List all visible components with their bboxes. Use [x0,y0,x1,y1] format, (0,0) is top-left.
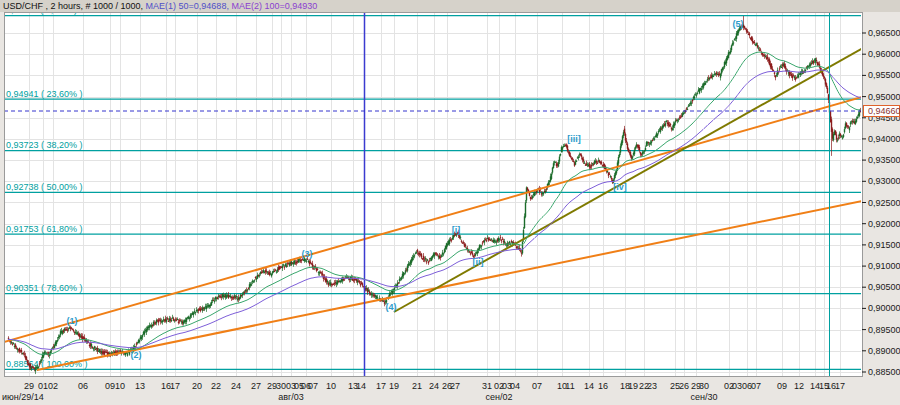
price-axis[interactable]: 0,965000,960000,955000,950000,945000,940… [862,28,900,377]
price-axis-label: 0,91500 [868,240,900,250]
date-axis-label: 11 [565,381,574,391]
wave-label[interactable]: (4) [386,302,397,312]
date-axis-label: 17 [835,381,845,391]
date-axis-label: 30 [699,381,709,391]
plot-area[interactable] [5,13,863,377]
price-axis-label: 0,89000 [868,346,900,356]
date-axis-label: 07 [751,381,761,391]
date-axis-label: 13 [135,381,145,391]
wave-label[interactable]: (5) [733,19,744,29]
date-axis-label: 09 [777,381,787,391]
month-axis-label: авг/03 [278,392,304,402]
wave-label[interactable]: [ii] [473,257,484,267]
price-axis-label: 0,92500 [868,198,900,208]
price-axis-label: 0,96000 [868,49,900,59]
wave-label[interactable]: (2) [131,350,142,360]
date-axis-label: 30 [276,381,286,391]
date-axis-label: 27 [450,381,460,391]
date-axis-label: 14 [356,381,366,391]
price-axis-label: 0,96500 [868,28,900,38]
fib-level-label: 0,90351 ( 78,60% ) [6,283,83,293]
date-axis-label: 16 [598,381,608,391]
date-axis-label: 22 [211,381,221,391]
date-axis-label: 20 [192,381,202,391]
date-axis-label: 03 [732,381,742,391]
date-axis-label: 04 [510,381,520,391]
date-axis-label: 09 [105,381,115,391]
date-axis-label: 10 [326,381,336,391]
date-axis-label: 01 [38,381,48,391]
current-price-label: 0,94660 [868,106,900,116]
price-axis-label: 0,90000 [868,303,900,313]
price-chart[interactable]: 0,96911 ( 0,00% )0,94941 ( 23,60% )0,937… [0,0,900,405]
date-axis-label: 12 [794,381,804,391]
price-axis-label: 0,90500 [868,282,900,292]
date-axis-label: 27 [251,381,261,391]
month-axis-label: июн/29/14 [2,392,44,402]
date-axis-label: 19 [389,381,399,391]
date-axis-label: 10 [115,381,125,391]
wave-label[interactable]: [i] [452,225,461,235]
date-axis-label: 19 [628,381,638,391]
title-instrument: USD/CHF , 2 hours, # 1000 / 1000, [3,1,146,11]
date-axis-label: 21 [412,381,422,391]
mt4-chart-window: USD/CHF , 2 hours, # 1000 / 1000, MAE(1)… [0,0,900,405]
price-axis-label: 0,95500 [868,70,900,80]
date-axis-label: 31 [482,381,492,391]
title-mae2-value: MAE(2) 100=0,94930 [231,1,317,11]
chart-title-bar: USD/CHF , 2 hours, # 1000 / 1000, MAE(1)… [0,0,900,12]
title-mae1-value: MAE(1) 50=0,94688, [146,1,232,11]
fib-level-label: 0,94941 ( 23,60% ) [6,89,83,99]
date-axis-label: 14 [584,381,594,391]
price-axis-label: 0,93000 [868,176,900,186]
date-axis-label: 02 [48,381,58,391]
price-axis-label: 0,93500 [868,155,900,165]
price-axis-label: 0,95000 [868,92,900,102]
month-axis-label: сен/30 [691,392,718,402]
date-axis-label: 07 [308,381,318,391]
date-axis-label: 07 [532,381,542,391]
price-axis-label: 0,88500 [868,367,900,377]
date-axis-label: 06 [78,381,88,391]
fib-level-label: 0,92738 ( 50,00% ) [6,182,83,192]
date-axis-label: 29 [24,381,34,391]
fib-level-label: 0,93723 ( 38,20% ) [6,140,83,150]
wave-label[interactable]: (3) [302,249,313,259]
price-axis-label: 0,94000 [868,134,900,144]
date-axis-label: 17 [376,381,386,391]
wave-label[interactable]: [iii] [567,134,581,144]
date-axis-label: 26 [679,381,689,391]
price-axis-label: 0,91000 [868,261,900,271]
date-axis-label: 17 [170,381,180,391]
price-axis-label: 0,92000 [868,219,900,229]
month-axis-label: сен/02 [486,392,513,402]
fib-level-label: 0,91753 ( 61,80% ) [6,224,83,234]
price-axis-label: 0,89500 [868,325,900,335]
wave-label[interactable]: (1) [67,316,78,326]
date-axis-label: 24 [429,381,439,391]
date-axis-label: 23 [647,381,657,391]
wave-label[interactable]: [iv] [613,182,627,192]
date-axis-label: 24 [231,381,241,391]
